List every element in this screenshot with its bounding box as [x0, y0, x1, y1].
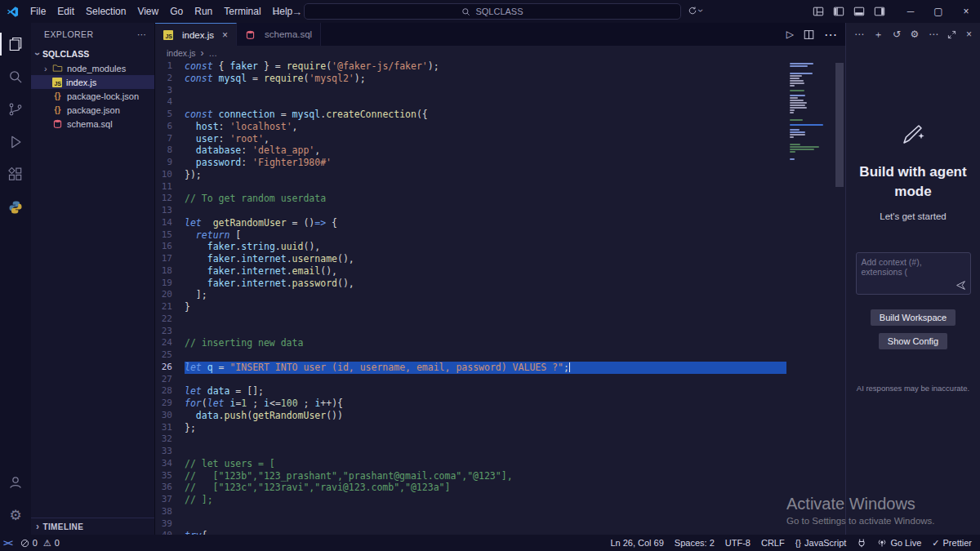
- restore-button[interactable]: ▢: [924, 0, 952, 23]
- code-line[interactable]: 33: [155, 446, 786, 458]
- go-live-button[interactable]: Go Live: [877, 538, 921, 548]
- line-number[interactable]: 11: [155, 181, 185, 193]
- extensions-icon[interactable]: [0, 158, 31, 191]
- file-item-index.js[interactable]: JSindex.js: [31, 75, 154, 89]
- line-number[interactable]: 10: [155, 169, 185, 181]
- line-number[interactable]: 35: [155, 470, 185, 482]
- split-editor-icon[interactable]: [804, 29, 814, 40]
- code-line[interactable]: 1const { faker } = require('@faker-js/fa…: [155, 60, 786, 73]
- line-number[interactable]: 37: [155, 494, 185, 506]
- file-item-package.json[interactable]: {}package.json: [31, 103, 154, 117]
- code-line[interactable]: 8 database: 'delta_app',: [155, 144, 786, 157]
- explorer-more-icon[interactable]: ⋯: [137, 29, 146, 39]
- language-mode[interactable]: {} JavaScript: [795, 538, 847, 548]
- code-line[interactable]: 19 faker.internet.password(),: [155, 278, 786, 290]
- run-file-icon[interactable]: ▷: [786, 29, 794, 40]
- line-number[interactable]: 2: [155, 73, 185, 85]
- line-number[interactable]: 13: [155, 205, 185, 217]
- chat-input-box[interactable]: [856, 252, 971, 295]
- code-line[interactable]: 38: [155, 506, 786, 518]
- line-number[interactable]: 18: [155, 265, 185, 278]
- line-number[interactable]: 20: [155, 289, 185, 301]
- line-number[interactable]: 30: [155, 410, 185, 422]
- indent-setting[interactable]: Spaces: 2: [675, 538, 715, 548]
- toggle-bottom-panel-icon[interactable]: [853, 6, 865, 17]
- line-number[interactable]: 23: [155, 326, 185, 338]
- line-number[interactable]: 31: [155, 422, 185, 434]
- line-number[interactable]: 17: [155, 253, 185, 265]
- ports-icon[interactable]: [857, 538, 866, 548]
- new-chat-icon[interactable]: ＋: [874, 28, 884, 42]
- line-number[interactable]: 12: [155, 193, 185, 205]
- line-number[interactable]: 15: [155, 229, 185, 242]
- code-line[interactable]: 23: [155, 326, 786, 338]
- line-number[interactable]: 3: [155, 85, 185, 97]
- python-extension-icon[interactable]: [0, 191, 31, 224]
- code-line[interactable]: 27: [155, 374, 786, 386]
- account-icon[interactable]: [0, 466, 31, 499]
- eol-setting[interactable]: CRLF: [761, 538, 785, 548]
- code-line[interactable]: 9 password: 'Fighter1980#': [155, 157, 786, 169]
- code-line[interactable]: 37// ];: [155, 494, 786, 506]
- code-line[interactable]: 12// To get random userdata: [155, 193, 786, 205]
- menu-terminal[interactable]: Terminal: [218, 0, 266, 23]
- code-line[interactable]: 25: [155, 349, 786, 362]
- send-icon[interactable]: [956, 280, 966, 291]
- toggle-panel-grid-icon[interactable]: [813, 6, 824, 17]
- scrollbar-thumb[interactable]: [835, 63, 844, 187]
- code-line[interactable]: 24// inserting new data: [155, 337, 786, 349]
- breadcrumb[interactable]: index.js › …: [155, 46, 845, 60]
- line-number[interactable]: 29: [155, 398, 185, 410]
- prettier-status[interactable]: ✓ Prettier: [932, 538, 972, 549]
- code-line[interactable]: 29for(let i=1 ; i<=100 ; i++){: [155, 398, 786, 410]
- editor-more-icon[interactable]: ⋯: [824, 27, 837, 42]
- code-line[interactable]: 32: [155, 433, 786, 446]
- code-line[interactable]: 20 ];: [155, 289, 786, 301]
- line-number[interactable]: 19: [155, 278, 185, 290]
- timeline-section[interactable]: › TIMELINE: [31, 518, 154, 535]
- code-line[interactable]: 15 return [: [155, 229, 786, 242]
- code-line[interactable]: 11: [155, 181, 786, 193]
- back-icon[interactable]: ←: [271, 6, 282, 18]
- show-config-button[interactable]: Show Config: [879, 333, 947, 349]
- code-line[interactable]: 6 host: 'localhost',: [155, 121, 786, 133]
- code-line[interactable]: 28let data = [];: [155, 385, 786, 398]
- remote-indicator-icon[interactable]: ><: [3, 538, 12, 548]
- code-line[interactable]: 40try{: [155, 530, 786, 535]
- line-number[interactable]: 32: [155, 433, 185, 446]
- build-workspace-button[interactable]: Build Workspace: [871, 309, 956, 326]
- source-control-icon[interactable]: [0, 93, 31, 126]
- line-number[interactable]: 14: [155, 217, 185, 229]
- file-item-node_modules[interactable]: ›node_modules: [31, 61, 154, 75]
- line-number[interactable]: 40: [155, 530, 185, 535]
- line-number[interactable]: 22: [155, 313, 185, 326]
- code-line[interactable]: 5const connection = mysql.createConnecti…: [155, 109, 786, 121]
- cursor-position[interactable]: Ln 26, Col 69: [610, 538, 663, 548]
- toggle-secondary-sidebar-icon[interactable]: [874, 6, 885, 17]
- code-line[interactable]: 22: [155, 313, 786, 326]
- code-line[interactable]: 34// let users = [: [155, 458, 786, 470]
- line-number[interactable]: 7: [155, 133, 185, 145]
- search-sidebar-icon[interactable]: [0, 60, 31, 93]
- code-line[interactable]: 4: [155, 96, 786, 109]
- toggle-sidebar-icon[interactable]: [833, 6, 844, 17]
- code-line[interactable]: 13: [155, 205, 786, 217]
- line-number[interactable]: 24: [155, 337, 185, 349]
- line-number[interactable]: 25: [155, 349, 185, 362]
- line-number[interactable]: 28: [155, 385, 185, 398]
- chat-history-icon[interactable]: ↺: [893, 29, 901, 40]
- line-number[interactable]: 4: [155, 96, 185, 109]
- chat-more-icon[interactable]: ⋯: [854, 29, 864, 40]
- minimap[interactable]: [786, 60, 834, 535]
- tab-schema-sql[interactable]: schema.sql: [237, 23, 321, 46]
- code-line[interactable]: 35// ["123b","123_prashant","prashant@gm…: [155, 470, 786, 482]
- code-line[interactable]: 14let getRandomUser = ()=> {: [155, 217, 786, 229]
- line-number[interactable]: 9: [155, 157, 185, 169]
- menu-view[interactable]: View: [131, 0, 164, 23]
- line-number[interactable]: 39: [155, 518, 185, 531]
- file-item-schema.sql[interactable]: schema.sql: [31, 117, 154, 131]
- chat-input[interactable]: [857, 253, 970, 281]
- chat-settings-icon[interactable]: ⚙: [911, 29, 920, 40]
- line-number[interactable]: 36: [155, 482, 185, 494]
- line-number[interactable]: 1: [155, 60, 185, 73]
